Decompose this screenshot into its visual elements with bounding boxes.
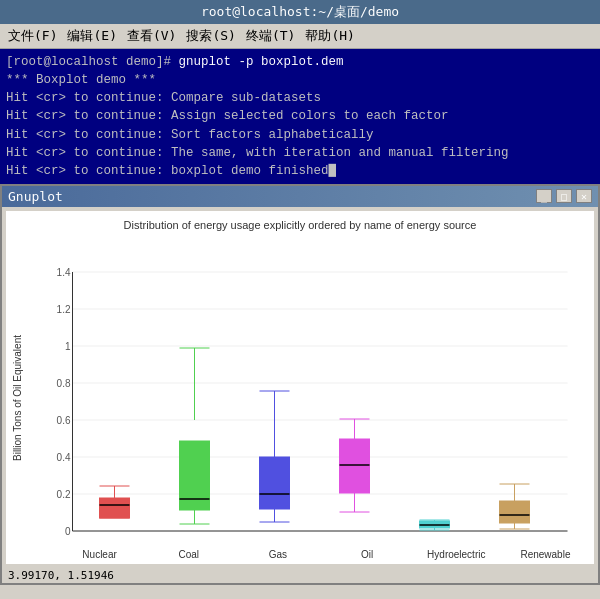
title-text: root@localhost:~/桌面/demo (201, 4, 399, 19)
svg-text:1.4: 1.4 (57, 267, 71, 278)
status-bar: 3.99170, 1.51946 (2, 568, 598, 583)
x-label-gas: Gas (233, 549, 322, 560)
svg-rect-40 (340, 439, 370, 493)
menu-file[interactable]: 文件(F) (8, 27, 57, 45)
menu-search[interactable]: 搜索(S) (186, 27, 235, 45)
svg-text:0.8: 0.8 (57, 378, 71, 389)
menu-edit[interactable]: 编辑(E) (67, 27, 116, 45)
svg-rect-34 (260, 457, 290, 509)
terminal-line-4: Hit <cr> to continue: The same, with ite… (6, 144, 594, 162)
close-button[interactable]: ✕ (576, 189, 592, 203)
x-labels: Nuclear Coal Gas Oil Hydroelectric Renew… (25, 547, 590, 560)
box-nuclear (100, 486, 130, 527)
box-hydroelectric (420, 520, 450, 530)
y-axis-label: Billion Tons of Oil Equivalent (10, 237, 25, 560)
maximize-button[interactable]: □ (556, 189, 572, 203)
svg-rect-52 (500, 501, 530, 523)
minimize-button[interactable]: _ (536, 189, 552, 203)
svg-text:0.2: 0.2 (57, 489, 71, 500)
terminal-line-1: Hit <cr> to continue: Compare sub-datase… (6, 89, 594, 107)
gnuplot-window: Gnuplot _ □ ✕ Distribution of energy usa… (0, 184, 600, 585)
x-label-nuclear: Nuclear (55, 549, 144, 560)
menu-view[interactable]: 查看(V) (127, 27, 176, 45)
menu-bar: 文件(F) 编辑(E) 查看(V) 搜索(S) 终端(T) 帮助(H) (0, 24, 600, 49)
terminal-command-line: [root@localhost demo]# gnuplot -p boxplo… (6, 53, 594, 71)
terminal-line-5: Hit <cr> to continue: boxplot demo finis… (6, 162, 594, 180)
x-label-oil: Oil (323, 549, 412, 560)
terminal: [root@localhost demo]# gnuplot -p boxplo… (0, 49, 600, 184)
title-bar: root@localhost:~/桌面/demo (0, 0, 600, 24)
chart-title: Distribution of energy usage explicitly … (10, 219, 590, 231)
chart-svg: 0 0.2 0.4 0.6 0.8 (25, 237, 590, 547)
chart-inner: 0 0.2 0.4 0.6 0.8 (25, 237, 590, 560)
x-label-hydroelectric: Hydroelectric (412, 549, 501, 560)
gnuplot-controls: _ □ ✕ (536, 189, 592, 203)
x-label-renewable: Renewable (501, 549, 590, 560)
menu-help[interactable]: 帮助(H) (305, 27, 354, 45)
chart-container: Billion Tons of Oil Equivalent 0 0.2 (10, 237, 590, 560)
svg-text:0.6: 0.6 (57, 415, 71, 426)
box-coal (180, 348, 210, 524)
svg-text:1.2: 1.2 (57, 304, 71, 315)
menu-terminal[interactable]: 终端(T) (246, 27, 295, 45)
box-renewable (500, 484, 530, 529)
svg-text:0: 0 (65, 526, 71, 537)
terminal-command: gnuplot -p boxplot.dem (179, 55, 344, 69)
box-gas (260, 391, 290, 522)
terminal-line-0: *** Boxplot demo *** (6, 71, 594, 89)
gnuplot-title: Gnuplot (8, 189, 63, 204)
terminal-line-3: Hit <cr> to continue: Sort factors alpha… (6, 126, 594, 144)
box-oil (340, 419, 370, 512)
status-text: 3.99170, 1.51946 (8, 569, 114, 582)
x-label-coal: Coal (144, 549, 233, 560)
chart-area: Distribution of energy usage explicitly … (6, 211, 594, 564)
svg-text:1: 1 (65, 341, 71, 352)
svg-rect-22 (100, 498, 130, 518)
terminal-prompt: [root@localhost demo]# (6, 55, 179, 69)
gnuplot-titlebar: Gnuplot _ □ ✕ (2, 186, 598, 207)
svg-text:0.4: 0.4 (57, 452, 71, 463)
terminal-line-2: Hit <cr> to continue: Assign selected co… (6, 107, 594, 125)
